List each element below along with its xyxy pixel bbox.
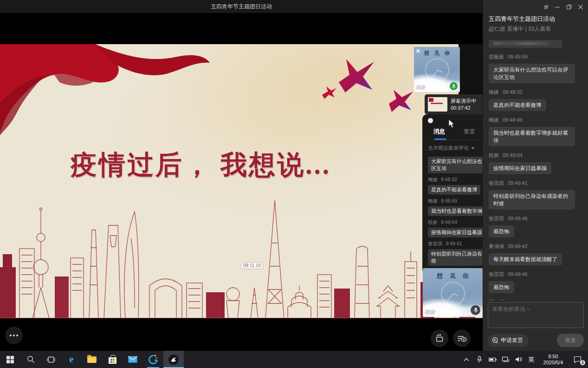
rotate-icon	[434, 333, 445, 343]
tencent-app-icon	[147, 353, 160, 366]
ellipsis-icon	[13, 335, 15, 336]
drag-handle-dot[interactable]	[428, 118, 433, 123]
chat-message: 栾薇薇09:45:59 大家听完有什么想法也可以在评论区互动	[489, 53, 584, 83]
mail-icon	[128, 356, 137, 363]
sender-name: 栾薇薇	[489, 54, 504, 59]
search-icon	[27, 355, 35, 363]
chat-message: 曾思琪09:49:46 最恐怖	[489, 215, 584, 237]
tab-messages[interactable]: 消息	[433, 128, 445, 140]
message-time: 09:49:42	[508, 243, 528, 249]
message-bubble: 大家听完有什么想法也可以在评论区互动	[489, 64, 575, 83]
clipped-message-bubble	[489, 40, 562, 48]
video-area-background	[459, 44, 483, 96]
chat-sidebar: 五四青年节主题团日活动 赵仁婧 直播中 | 33人观看 栾薇薇09:45:59 …	[483, 0, 588, 351]
composer-actions: 申请发言 发送	[488, 334, 584, 347]
minimize-icon[interactable]	[554, 3, 561, 11]
message-bubble: 最恐怖	[489, 281, 514, 293]
sender-name: 严一辉	[489, 299, 504, 300]
chat-message: 程娇09:49:04 疫情期间在家日益暴躁	[489, 152, 584, 174]
start-button[interactable]	[0, 351, 20, 368]
sender-name: 曾思琪	[428, 241, 443, 246]
rotate-view-button[interactable]	[431, 329, 448, 347]
main-window-title: 五四青年节主题团日活动	[211, 3, 272, 10]
sender-name: 夏倩倩	[489, 243, 504, 249]
close-icon[interactable]	[577, 3, 584, 11]
request-speak-button[interactable]: 申请发言	[488, 334, 529, 347]
chat-message: 梅婕09:48:49 我当时也是看着数字增多就好紧张	[489, 117, 584, 146]
sender-name: 曾思琪	[489, 180, 504, 186]
edge-browser-button[interactable]: e	[61, 351, 82, 368]
screen-share-indicator[interactable]: 屏幕演示中 00:37:42	[425, 94, 483, 114]
shared-slide: 疫情过后， 我想说... 08:11.10	[0, 44, 483, 318]
viewer-list-button[interactable]	[453, 329, 471, 347]
windows-taskbar: e	[0, 351, 588, 368]
chat-message: 梅婕09:48:32 是真的不能老看微博	[489, 89, 584, 111]
window-controls	[542, 3, 584, 11]
battery-status-button[interactable]	[487, 351, 498, 368]
show-hidden-icons-button[interactable]	[461, 351, 472, 368]
file-explorer-button[interactable]	[82, 351, 102, 368]
notification-badge: 1	[580, 360, 585, 365]
sender-name: 梅婕	[428, 177, 438, 182]
mouse-cursor	[448, 119, 455, 129]
tencent-app-button[interactable]	[143, 351, 163, 368]
send-button[interactable]: 发送	[557, 334, 584, 347]
slide-title: 疫情过后， 我想说...	[71, 147, 331, 183]
task-view-icon	[47, 356, 55, 363]
battery-icon	[489, 357, 497, 362]
chat-message: 夏倩倩09:49:42 每天醒来就看数据就清醒了	[489, 243, 584, 265]
volume-button[interactable]	[513, 351, 524, 368]
message-time: 09:45:59	[508, 54, 528, 59]
meeting-app-button[interactable]	[163, 351, 184, 368]
message-time: 9:48:49	[441, 198, 457, 204]
message-bubble: 最恐怖	[489, 225, 514, 237]
message-time: 09:49:04	[503, 152, 523, 158]
pin-icon[interactable]	[542, 3, 549, 11]
video-tile-bottom[interactable]: 想见你 程娇	[423, 268, 483, 317]
share-status-label: 屏幕演示中	[451, 98, 476, 105]
main-window-titlebar: 五四青年节主题团日活动	[0, 0, 483, 13]
chat-message-list[interactable]: 栾薇薇09:45:59 大家听完有什么想法也可以在评论区互动 梅婕09:48:3…	[489, 40, 584, 300]
task-view-button[interactable]	[41, 351, 61, 368]
taskbar-clock[interactable]: 9:50 2020/5/4	[539, 354, 568, 366]
windows-logo-icon	[6, 356, 14, 363]
message-time: 09:49:46	[508, 216, 528, 221]
chat-message: 严一辉09:50:48 五四争做新青年，敢为人先追求卓越	[489, 299, 584, 300]
participant-name-label: 程娇	[416, 84, 426, 90]
action-center-button[interactable]: 1	[569, 351, 585, 368]
chat-message: 曾思琪09:49:46 最恐怖	[489, 271, 584, 293]
more-options-button[interactable]	[5, 327, 23, 344]
store-bag-icon	[109, 357, 116, 364]
message-time: 09:50:48	[508, 299, 528, 300]
tab-speak[interactable]: 发言	[464, 128, 475, 140]
edge-icon: e	[69, 354, 73, 365]
restore-icon[interactable]	[565, 3, 573, 11]
message-bubble: 疫情期间在家日益暴躁	[489, 162, 551, 174]
taskbar-search-button[interactable]	[20, 351, 41, 368]
microphone-on-icon	[450, 82, 458, 90]
message-time: 09:48:32	[503, 89, 523, 95]
message-bubble: 我当时也是看着数字增多就好紧张	[489, 127, 575, 146]
red-flag-art	[0, 44, 218, 156]
network-icon	[502, 356, 509, 362]
meeting-title: 五四青年节主题团日活动	[489, 15, 555, 23]
desktop-screen: 五四青年节主题团日活动 疫情过后， 我想说... 08:11.10	[0, 0, 588, 368]
sender-name: 曾思琪	[489, 216, 504, 221]
poster-title: 想见你	[414, 50, 460, 57]
message-bubble: 特别是听到自己身边有感染者的时候	[489, 190, 575, 210]
comment-input[interactable]	[488, 302, 584, 328]
message-bubble: 每天醒来就看数据就清醒了	[489, 253, 562, 265]
network-status-button[interactable]	[500, 351, 511, 368]
microsoft-store-button[interactable]	[102, 351, 123, 368]
meeting-app-icon	[168, 355, 179, 365]
mail-app-button[interactable]	[123, 351, 143, 368]
video-tile-top[interactable]: 想见你 程娇	[414, 47, 460, 92]
tray-microphone-button[interactable]	[474, 351, 485, 368]
share-timer: 00:37:42	[451, 105, 476, 112]
host-live-status: 赵仁婧 直播中 | 33人观看	[489, 25, 551, 33]
ime-indicator[interactable]: 英	[526, 351, 537, 368]
list-eye-icon	[457, 333, 467, 343]
message-time: 9:48:32	[441, 177, 457, 182]
close-video-icon[interactable]	[416, 49, 420, 53]
chevron-up-icon	[464, 358, 469, 361]
